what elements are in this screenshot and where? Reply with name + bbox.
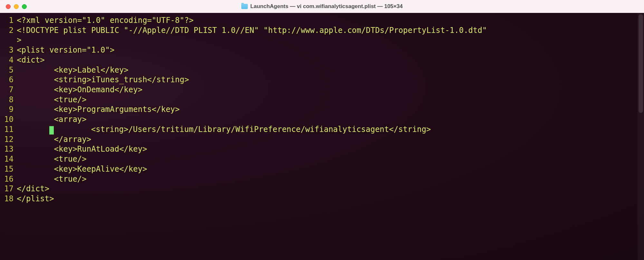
line-number: 15: [2, 164, 17, 174]
line-number: 7: [2, 85, 17, 95]
code-text: <key>KeepAlive</key>: [17, 164, 147, 174]
folder-icon: [241, 4, 248, 9]
code-line[interactable]: 2<!DOCTYPE plist PUBLIC "-//Apple//DTD P…: [0, 25, 644, 35]
line-number: 10: [2, 115, 17, 125]
line-number: 18: [2, 194, 17, 204]
code-line[interactable]: 3<plist version="1.0">: [0, 45, 644, 55]
terminal-window: LaunchAgents — vi com.wifianalyticsagent…: [0, 0, 644, 260]
code-line[interactable]: 7 <key>OnDemand</key>: [0, 85, 644, 95]
line-number: [2, 35, 17, 45]
scrollbar[interactable]: [638, 13, 644, 260]
code-text: <!DOCTYPE plist PUBLIC "-//Apple//DTD PL…: [17, 25, 487, 35]
line-number: 12: [2, 135, 17, 145]
code-line[interactable]: 6 <string>iTunes_trush</string>: [0, 75, 644, 85]
code-line[interactable]: 10 <array>: [0, 115, 644, 125]
code-line[interactable]: >: [0, 35, 644, 45]
line-number: 17: [2, 184, 17, 194]
code-text: <plist version="1.0">: [17, 45, 114, 55]
code-line[interactable]: 15 <key>KeepAlive</key>: [0, 164, 644, 174]
terminal-editor[interactable]: 1<?xml version="1.0" encoding="UTF-8"?>2…: [0, 13, 644, 260]
code-text: <key>Label</key>: [17, 65, 129, 75]
titlebar[interactable]: LaunchAgents — vi com.wifianalyticsagent…: [0, 0, 644, 13]
code-line[interactable]: 5 <key>Label</key>: [0, 65, 644, 75]
code-line[interactable]: 1<?xml version="1.0" encoding="UTF-8"?>: [0, 15, 644, 25]
line-number: 3: [2, 45, 17, 55]
cursor: [49, 126, 54, 135]
code-line[interactable]: 11 <string>/Users/tritium/Library/WifiPr…: [0, 125, 644, 135]
code-text: <?xml version="1.0" encoding="UTF-8"?>: [17, 15, 194, 25]
code-text: </array>: [17, 135, 91, 145]
code-text: </plist>: [17, 194, 54, 204]
line-number: 2: [2, 25, 17, 35]
code-line[interactable]: 9 <key>ProgramArguments</key>: [0, 105, 644, 115]
code-text: >: [17, 35, 21, 45]
code-text: <true/>: [17, 174, 87, 184]
code-text: <true/>: [17, 154, 87, 164]
code-text: <dict>: [17, 55, 45, 65]
code-line[interactable]: 12 </array>: [0, 135, 644, 145]
code-line[interactable]: 16 <true/>: [0, 174, 644, 184]
code-text: <true/>: [17, 95, 87, 105]
line-number: 8: [2, 95, 17, 105]
code-text: <string>/Users/tritium/Library/WifiPrefe…: [17, 125, 431, 135]
code-text: <key>RunAtLoad</key>: [17, 144, 147, 154]
code-text: <string>iTunes_trush</string>: [17, 75, 189, 85]
code-line[interactable]: 13 <key>RunAtLoad</key>: [0, 144, 644, 154]
scrollbar-thumb[interactable]: [639, 14, 643, 113]
code-line[interactable]: 18</plist>: [0, 194, 644, 204]
line-number: 11: [2, 125, 17, 135]
line-number: 13: [2, 144, 17, 154]
code-line[interactable]: 4<dict>: [0, 55, 644, 65]
code-text: <array>: [17, 115, 87, 125]
line-number: 9: [2, 105, 17, 115]
code-text: <key>OnDemand</key>: [17, 85, 142, 95]
line-number: 14: [2, 154, 17, 164]
code-text: </dict>: [17, 184, 49, 194]
line-number: 6: [2, 75, 17, 85]
line-number: 1: [2, 15, 17, 25]
line-number: 5: [2, 65, 17, 75]
window-title: LaunchAgents — vi com.wifianalyticsagent…: [0, 3, 644, 10]
line-number: 4: [2, 55, 17, 65]
code-line[interactable]: 14 <true/>: [0, 154, 644, 164]
window-title-text: LaunchAgents — vi com.wifianalyticsagent…: [250, 3, 403, 10]
line-number: 16: [2, 174, 17, 184]
code-text: <key>ProgramArguments</key>: [17, 105, 180, 115]
code-line[interactable]: 17</dict>: [0, 184, 644, 194]
code-line[interactable]: 8 <true/>: [0, 95, 644, 105]
